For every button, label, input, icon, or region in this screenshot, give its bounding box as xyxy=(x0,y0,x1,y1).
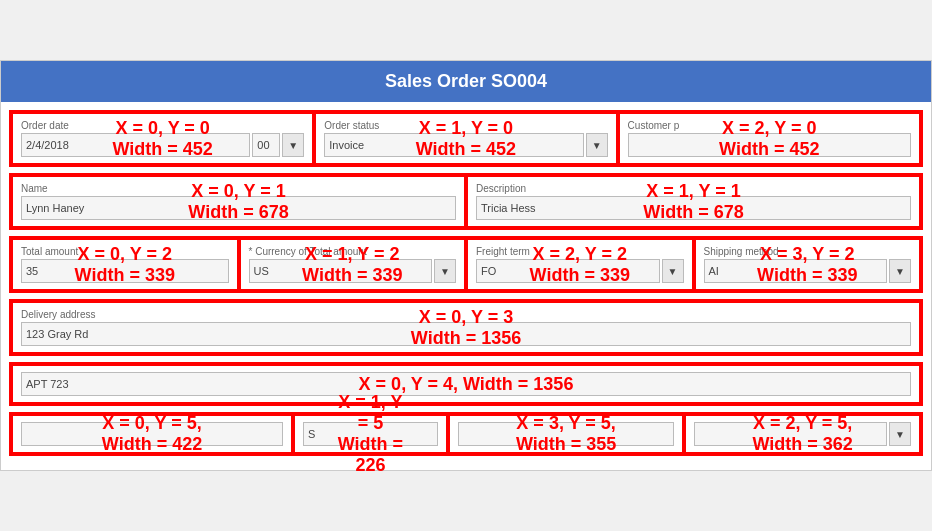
page-title: Sales Order SO004 xyxy=(385,71,547,91)
form-row-1: Name Lynn Haney X = 0, Y = 1 Width = 678… xyxy=(9,173,923,230)
select-1-0[interactable]: ▼ xyxy=(586,133,608,157)
cell-3-2: Shipping method AI ▼ X = 3, Y = 2 Width … xyxy=(694,238,922,291)
time-input-0-0[interactable]: 00 xyxy=(252,133,280,157)
input-0-5[interactable] xyxy=(21,422,283,446)
input-0-3[interactable]: 123 Gray Rd xyxy=(21,322,911,346)
cell-0-3: Delivery address 123 Gray Rd X = 0, Y = … xyxy=(11,301,921,354)
label-0-2: Total amount xyxy=(21,246,229,257)
select-2-5[interactable]: ▼ xyxy=(889,422,911,446)
form-row-3: Delivery address 123 Gray Rd X = 0, Y = … xyxy=(9,299,923,356)
label-2-0: Customer p xyxy=(628,120,911,131)
cell-1-5: S X = 1, Y = 5 Width = 226 xyxy=(293,414,448,454)
form-row-2: Total amount 35 X = 0, Y = 2 Width = 339… xyxy=(9,236,923,293)
input-1-2[interactable]: US xyxy=(249,259,433,283)
label-0-0: Order date xyxy=(21,120,304,131)
label-1-2: * Currency of Total amount xyxy=(249,246,457,257)
label-1-1: Description xyxy=(476,183,911,194)
select-1-2[interactable]: ▼ xyxy=(434,259,456,283)
input-3-2[interactable]: AI xyxy=(704,259,888,283)
cell-0-2: Total amount 35 X = 0, Y = 2 Width = 339 xyxy=(11,238,239,291)
cell-1-1: Description Tricia Hess X = 1, Y = 1 Wid… xyxy=(466,175,921,228)
cell-1-2: * Currency of Total amount US ▼ X = 1, Y… xyxy=(239,238,467,291)
label-0-1: Name xyxy=(21,183,456,194)
cell-0-4: APT 723 X = 0, Y = 4, Width = 1356 xyxy=(11,364,921,404)
input-2-0[interactable] xyxy=(628,133,911,157)
cell-2-5: ▼ X = 2, Y = 5, Width = 362 xyxy=(684,414,921,454)
input-1-0[interactable]: Invoice xyxy=(324,133,583,157)
form-row-4: APT 723 X = 0, Y = 4, Width = 1356 xyxy=(9,362,923,406)
label-0-3: Delivery address xyxy=(21,309,911,320)
input-2-2[interactable]: FO xyxy=(476,259,660,283)
input-0-0[interactable]: 2/4/2018 xyxy=(21,133,250,157)
input-0-4[interactable]: APT 723 xyxy=(21,372,911,396)
input-3-5[interactable] xyxy=(458,422,675,446)
label-3-2: Shipping method xyxy=(704,246,912,257)
form-row-5: X = 0, Y = 5, Width = 422 S X = 1, Y = 5… xyxy=(9,412,923,456)
label-2-2: Freight term xyxy=(476,246,684,257)
cell-2-0: Customer p X = 2, Y = 0 Width = 452 xyxy=(618,112,921,165)
cell-2-2: Freight term FO ▼ X = 2, Y = 2 Width = 3… xyxy=(466,238,694,291)
input-2-5[interactable] xyxy=(694,422,887,446)
select-2-2[interactable]: ▼ xyxy=(662,259,684,283)
input-1-5[interactable]: S xyxy=(303,422,438,446)
label-1-0: Order status xyxy=(324,120,607,131)
cell-0-5: X = 0, Y = 5, Width = 422 xyxy=(11,414,293,454)
cell-1-0: Order status Invoice ▼ X = 1, Y = 0 Widt… xyxy=(314,112,617,165)
main-container: Sales Order SO004 Order date 2/4/2018 00… xyxy=(0,60,932,471)
select-0-0[interactable]: ▼ xyxy=(282,133,304,157)
select-3-2[interactable]: ▼ xyxy=(889,259,911,283)
form-row-0: Order date 2/4/2018 00 ▼ X = 0, Y = 0 Wi… xyxy=(9,110,923,167)
input-0-2[interactable]: 35 xyxy=(21,259,229,283)
cell-0-1: Name Lynn Haney X = 0, Y = 1 Width = 678 xyxy=(11,175,466,228)
input-1-1[interactable]: Tricia Hess xyxy=(476,196,911,220)
input-0-1[interactable]: Lynn Haney xyxy=(21,196,456,220)
cell-3-5: X = 3, Y = 5, Width = 355 xyxy=(448,414,685,454)
form-area: Order date 2/4/2018 00 ▼ X = 0, Y = 0 Wi… xyxy=(1,102,931,470)
cell-0-0: Order date 2/4/2018 00 ▼ X = 0, Y = 0 Wi… xyxy=(11,112,314,165)
title-bar: Sales Order SO004 xyxy=(1,61,931,102)
